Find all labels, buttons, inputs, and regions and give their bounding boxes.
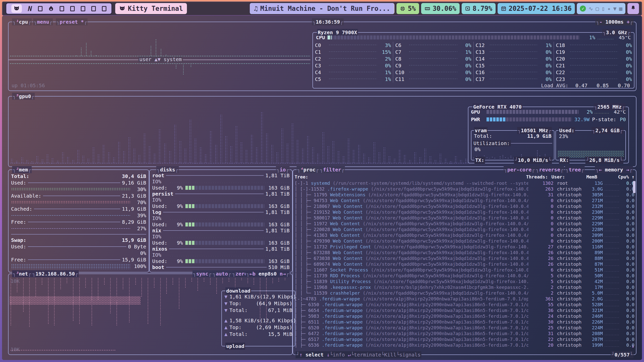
workspace-item[interactable] (81, 6, 85, 11)
disk-name-row: log1,81 TiB (152, 209, 290, 215)
net-auto-button[interactable]: ┐auto┌ (212, 270, 232, 277)
process-row[interactable]: │ [-]-11532 .firefox-wrappe (/nix/store/… (295, 186, 634, 192)
core-cell: C230% (554, 76, 634, 82)
funnel-icon[interactable]: ▼ (613, 6, 617, 12)
process-row[interactable]: │ ├─ 6350 .ferdium-wrappe (/nix/store/a1… (295, 302, 634, 307)
process-row[interactable]: │ │ ├─ 11839 Utility Process (/nix/store… (295, 279, 634, 284)
cpu-panel: ┐¹cpu┌ ┐menu┌ ┐preset *┌ ┐16:36:59┌ ┐- 1… (8, 22, 636, 91)
process-row[interactable]: │ ├─ 6654 .ferdium-wrappe (/nix/store/a1… (295, 307, 634, 313)
scroll-down-icon[interactable]: ↓ (631, 343, 634, 349)
menu-button[interactable]: ┐menu┌ (33, 18, 53, 25)
process-row[interactable]: │ │ └─ 11539 crashhelper (/nix/store/fqa… (295, 290, 634, 296)
rx-value: ┘26,8 MiB/s└ (585, 157, 623, 164)
process-row[interactable]: │ │ ├─ 11739 RDD Process (/nix/store/fqa… (295, 273, 634, 279)
sort-column-switcher[interactable]: ┐← memory →┌ (595, 166, 633, 173)
phone-icon[interactable]: ▯ (601, 6, 605, 12)
rx-label: RX: (559, 157, 570, 164)
workspace-item[interactable] (49, 6, 54, 12)
check-icon[interactable]: ✓ (580, 6, 586, 12)
upload-title: upload (225, 343, 245, 350)
net-info-row: ▼Top:(64,9 Mibps) (222, 300, 295, 307)
system-tray[interactable]: ✓∿▢▯✦▼▦ (577, 3, 625, 14)
vram-title: vram (474, 127, 488, 134)
clipboard-icon[interactable]: ▢ (596, 6, 599, 12)
cat-icon (119, 6, 125, 11)
memory-rows: Total:30,4 GiBUsed:9,16 GiB30%Available:… (9, 170, 149, 269)
process-panel-title[interactable]: ┐⁴proc┌ (297, 166, 319, 173)
process-row[interactable]: │ │ ├─ 673288 Web Content (/nix/store/fq… (295, 250, 634, 255)
core-grid: C03%C115%C22%C30%C41%C51%C60%C71%C80%C90… (313, 42, 634, 82)
chip-icon (400, 6, 406, 12)
process-row[interactable]: │ │ ├─ 11732 Privileged Cont (/nix/store… (295, 244, 634, 250)
net-sync-button[interactable]: ┐sync┌ (192, 270, 212, 277)
process-row[interactable]: │ │ ├─ 218067 Web Content (/nix/store/fq… (295, 203, 634, 209)
memory-panel-title[interactable]: ┐²mem┌ (12, 166, 32, 173)
process-row[interactable]: │ │ ├─ 11968 .keepassxc-prox (/nix/store… (295, 284, 634, 290)
square-icon (38, 6, 43, 11)
process-row[interactable]: │ │ ├─ 41363 Web Content (/nix/store/fqa… (295, 232, 634, 238)
tree-button[interactable]: ┐tree┌ (565, 166, 585, 173)
gpu-usage-graph (11, 101, 470, 163)
process-row[interactable]: │ │ ├─ 479390 Web Content (/nix/store/fq… (295, 238, 634, 244)
star-icon[interactable]: ✦ (607, 6, 611, 12)
process-row[interactable]: │ │ ├─ 219152 Web Content (/nix/store/fq… (295, 209, 634, 215)
workspace-item[interactable] (102, 6, 106, 11)
update-interval-control[interactable]: ┐- 1000ms +┌ (595, 18, 633, 25)
square-icon (81, 6, 85, 11)
square-icon (70, 6, 75, 11)
workspace-item[interactable]: N (28, 5, 32, 13)
process-row[interactable]: │ │ ├─ 689674 Web Content (/nix/store/fq… (295, 261, 634, 267)
process-row[interactable]: │ ├─ 6520 .ferdium-wrappe (/nix/store/a1… (295, 325, 634, 331)
per-core-button[interactable]: ┐per-core┌ (504, 166, 535, 173)
disks-panel-title[interactable]: ┐disks┌ (156, 166, 179, 173)
disks-io-button[interactable]: ┐io┌ (276, 166, 290, 173)
process-row[interactable]: [-]~4783 .ferdium-wrappe (/nix/store/a1p… (295, 296, 634, 302)
cpu-panel-title[interactable]: ┐¹cpu┌ (12, 18, 32, 25)
cpu-temp-graph (597, 38, 614, 40)
square-icon (91, 6, 96, 11)
direction-icon: ▼ (224, 307, 227, 313)
wave-icon[interactable]: ∿ (588, 6, 593, 12)
process-row[interactable]: │ │ ├─ 94753 Web Content (/nix/store/fqa… (295, 198, 634, 203)
grid-icon[interactable]: ▦ (619, 6, 622, 12)
process-row[interactable]: [-]-1 systemd (/run/current-system/syste… (295, 180, 634, 186)
process-row[interactable]: │ │ ├─ 11972 Web Content (/nix/store/fqa… (295, 221, 634, 227)
clock-module[interactable]: 2025-07-22 16:36 (498, 3, 575, 14)
process-row[interactable]: │ ├─ 6536 .ferdium-wrappe (/nix/store/a1… (295, 342, 634, 348)
network-panel-title[interactable]: ┐³net┌ (12, 270, 32, 277)
disk-used-row: Used:9%163 GiB (152, 185, 290, 191)
process-row[interactable]: │ ├─ 6472 .ferdium-wrappe (/nix/store/a1… (295, 331, 634, 336)
workspace-active[interactable] (11, 4, 22, 13)
process-row[interactable]: │ ├─ 6517 .ferdium-wrappe (/nix/store/a1… (295, 336, 634, 342)
workspace-switcher[interactable]: N (6, 3, 112, 15)
process-row[interactable]: │ │ ├─ 220028 Web Content (/nix/store/fq… (295, 227, 634, 232)
process-row[interactable]: │ ├─ 5983 .ferdium-wrappe (/nix/store/a1… (295, 313, 634, 319)
window-title-pill[interactable]: Kitty Terminal (115, 3, 187, 14)
process-scrollbar[interactable] (633, 181, 635, 193)
disk-module[interactable]: 8.79% (462, 3, 496, 14)
net-info-row: ▲Total:15,5 MiB (222, 331, 295, 337)
gpu-panel-title[interactable]: ┐⁵gpu0┌ (12, 93, 35, 100)
memory-module[interactable]: 30.06% (421, 3, 460, 14)
process-row[interactable]: │ │ ├─ 673038 Web Content (/nix/store/fq… (295, 255, 634, 261)
mem-divider (11, 234, 146, 235)
net-interface-switcher[interactable]: ┐←b enp8s0 n→┌ (246, 270, 290, 277)
cpu-core-box: Ryzen 9 7900X ┐3.0 GHz┌ CPU 1% 45°C C03%… (312, 32, 634, 88)
workspace-item[interactable] (70, 6, 75, 11)
workspace-item[interactable] (38, 6, 43, 11)
workspace-item[interactable] (91, 6, 96, 11)
workspace-item[interactable] (60, 6, 64, 11)
cpu-module[interactable]: 5% (396, 3, 419, 14)
music-player-widget[interactable]: ♫ Minuit Machine - Don't Run Fro... (250, 3, 394, 14)
process-row[interactable]: │ ├─ 6511 .ferdium-wrappe (/nix/store/a1… (295, 319, 634, 325)
notifications-module[interactable] (627, 3, 639, 14)
preset-button[interactable]: ┐preset *┌ (56, 18, 88, 25)
core-cell: C115% (313, 49, 393, 55)
process-row[interactable]: │ │ ├─ 11607 Socket Process (/nix/store/… (295, 267, 634, 273)
process-row[interactable]: │ │ ├─ 580017 Web Content (/nix/store/fq… (295, 215, 634, 221)
reverse-button[interactable]: ┐reverse┌ (535, 166, 564, 173)
process-row[interactable]: │ │ ├─ 11795 WebExtensions (/nix/store/f… (295, 192, 634, 198)
filter-button[interactable]: ┐filter┌ (319, 166, 345, 173)
net-info-row: ▲Top:(2,69 Mibps) (222, 324, 295, 331)
mem-row: Free:15,9 GiB (11, 256, 146, 263)
